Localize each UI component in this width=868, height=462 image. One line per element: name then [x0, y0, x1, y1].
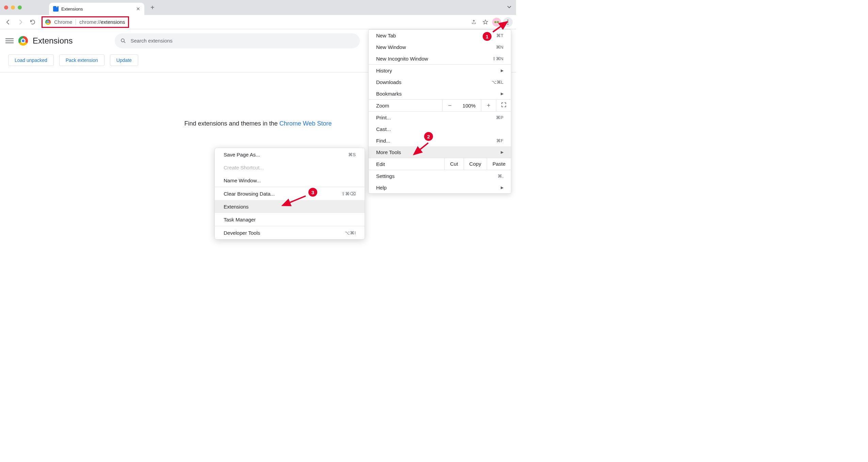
menu-help[interactable]: Help▶ [369, 182, 511, 193]
annotation-badge-2: 2 [424, 132, 433, 141]
maximize-window-button[interactable] [18, 5, 22, 10]
omnibox-chip: Chrome [54, 19, 76, 25]
menu-new-window[interactable]: New Window⌘N [369, 41, 511, 53]
window-controls [4, 5, 22, 10]
menu-settings[interactable]: Settings⌘, [369, 170, 511, 182]
search-extensions-input[interactable]: Search extensions [115, 33, 360, 48]
page-title: Extensions [33, 36, 73, 46]
bookmark-star-icon[interactable] [481, 17, 490, 27]
new-tab-button[interactable]: + [150, 4, 155, 12]
annotation-arrow-1 [491, 19, 511, 34]
close-tab-icon[interactable]: ✕ [136, 6, 140, 12]
tab-title: Extensions [61, 6, 136, 12]
chrome-menu: New Tab⌘T New Window⌘N New Incognito Win… [368, 29, 511, 194]
menu-more-tools[interactable]: More Tools▶ [369, 146, 511, 158]
back-button[interactable] [3, 17, 13, 27]
annotation-arrow-2 [412, 141, 432, 156]
more-tools-submenu: Save Page As...⌘S Create Shortcut... Nam… [214, 148, 365, 240]
svg-line-8 [414, 143, 428, 154]
address-bar[interactable]: Chrome chrome://extensions [42, 16, 129, 28]
zoom-in-button[interactable]: + [481, 99, 496, 112]
menu-cast[interactable]: Cast... [369, 123, 511, 135]
hamburger-icon[interactable] [5, 38, 14, 43]
search-icon [120, 38, 126, 44]
submenu-name-window[interactable]: Name Window... [215, 174, 365, 187]
annotation-badge-1: 1 [483, 32, 492, 41]
svg-line-9 [283, 196, 306, 205]
menu-edit-row: Edit Cut Copy Paste [369, 158, 511, 170]
browser-tab[interactable]: Extensions ✕ [49, 3, 144, 15]
svg-line-7 [493, 22, 507, 32]
menu-paste[interactable]: Paste [487, 158, 511, 170]
submenu-task-manager[interactable]: Task Manager [215, 213, 365, 226]
zoom-level: 100% [457, 103, 481, 109]
svg-point-6 [121, 39, 124, 42]
menu-history[interactable]: History▶ [369, 65, 511, 76]
forward-button[interactable] [16, 17, 25, 27]
omnibox-url: chrome://extensions [79, 19, 125, 25]
menu-downloads[interactable]: Downloads⌥⌘L [369, 76, 511, 88]
chrome-logo-icon [18, 36, 28, 46]
share-icon[interactable] [469, 17, 479, 27]
pack-extension-button[interactable]: Pack extension [59, 54, 105, 66]
menu-new-incognito[interactable]: New Incognito Window⇧⌘N [369, 53, 511, 64]
chrome-web-store-link[interactable]: Chrome Web Store [279, 120, 332, 127]
annotation-arrow-3 [280, 195, 308, 208]
menu-find[interactable]: Find...⌘F [369, 135, 511, 146]
chrome-icon [45, 19, 51, 25]
submenu-create-shortcut: Create Shortcut... [215, 161, 365, 174]
close-window-button[interactable] [4, 5, 8, 10]
reload-button[interactable] [28, 17, 37, 27]
submenu-save-page[interactable]: Save Page As...⌘S [215, 148, 365, 161]
menu-bookmarks[interactable]: Bookmarks▶ [369, 88, 511, 99]
toolbar: Chrome chrome://extensions [0, 15, 516, 29]
search-placeholder: Search extensions [130, 38, 172, 44]
titlebar: Extensions ✕ + [0, 0, 516, 15]
update-button[interactable]: Update [110, 54, 138, 66]
zoom-out-button[interactable]: − [442, 99, 457, 112]
tab-search-button[interactable] [507, 4, 512, 10]
menu-cut[interactable]: Cut [444, 158, 463, 170]
fullscreen-button[interactable] [496, 99, 511, 112]
puzzle-icon [53, 6, 59, 12]
menu-print[interactable]: Print...⌘P [369, 112, 511, 123]
annotation-badge-3: 3 [308, 188, 317, 197]
minimize-window-button[interactable] [11, 5, 15, 10]
load-unpacked-button[interactable]: Load unpacked [8, 54, 54, 66]
menu-copy[interactable]: Copy [464, 158, 487, 170]
submenu-dev-tools[interactable]: Developer Tools⌥⌘I [215, 226, 365, 239]
menu-zoom-row: Zoom − 100% + [369, 99, 511, 112]
